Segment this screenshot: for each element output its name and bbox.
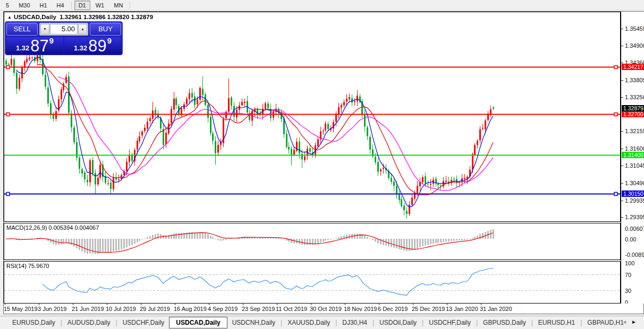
date-tick: [5, 304, 5, 305]
date-tick-label: 11 Oct 2019: [276, 306, 307, 312]
date-tick: [209, 304, 209, 305]
tabs-scroll-left-icon[interactable]: ◄: [622, 319, 631, 325]
rsi-axis-label: 30: [625, 288, 631, 294]
timeframe-button-D1[interactable]: D1: [74, 1, 90, 10]
price-tick-label: 1.33250: [625, 94, 644, 100]
symbol-tab-bar: EURUSD,Daily|AUDUSD,Daily|USDCHF,DailyUS…: [0, 316, 644, 329]
date-tick-label: 29 Jul 2019: [140, 306, 170, 312]
date-tick-label: 3 Jun 2019: [38, 306, 66, 312]
price-tick-label: 1.34900: [625, 42, 644, 49]
buy-quote[interactable]: 1.32899: [64, 37, 121, 55]
macd-axis-label: 0.006078: [625, 226, 644, 232]
arrow-up-icon: ▲: [81, 27, 84, 31]
chart-title: ▲USDCAD,Daily 1.32961 1.32986 1.32820 1.…: [7, 14, 153, 20]
date-tick: [345, 304, 345, 305]
macd-axis-label: 0.00: [625, 236, 636, 243]
date-tick: [175, 304, 175, 305]
price-tick: [621, 201, 623, 201]
date-tick-label: 25 Dec 2019: [412, 306, 445, 312]
sell-quote[interactable]: 1.32879: [6, 37, 63, 55]
date-tick: [141, 304, 141, 305]
timeframe-button-M30[interactable]: M30: [14, 1, 34, 10]
date-tick: [379, 304, 379, 305]
hline-price-label: 1.34217: [622, 64, 644, 70]
price-tick-label: 1.29395: [625, 214, 644, 220]
date-tick-label: 13 Jan 2020: [446, 306, 478, 312]
tab-usdchf-daily[interactable]: USDCHF,Daily: [424, 317, 476, 328]
price-axis[interactable]: 1.354551.349001.343601.338051.332501.321…: [621, 12, 644, 304]
timeframe-button-H1[interactable]: H1: [36, 1, 52, 10]
rsi-axis-label: 70: [625, 272, 631, 278]
timeframe-button-W1[interactable]: W1: [91, 1, 109, 10]
timeframe-button-H4[interactable]: H4: [53, 1, 69, 10]
tab-eurusd-daily[interactable]: EURUSD,Daily: [7, 317, 60, 328]
tab-usdoil-daily[interactable]: USDOil,Daily: [375, 317, 421, 328]
date-tick: [413, 304, 413, 305]
date-tick-label: 18 Nov 2019: [344, 306, 377, 312]
date-tick: [447, 304, 447, 305]
hline-price-label: 1.31400: [622, 152, 644, 158]
hline-price-label: 1.32700: [622, 111, 644, 117]
date-tick: [481, 304, 481, 305]
tab-usdcnh-daily[interactable]: USDCNH,Daily: [227, 317, 280, 328]
tab-dj30-h4[interactable]: DJ30,H4: [337, 317, 372, 328]
toolbar-separator: [130, 2, 130, 9]
price-tick: [621, 46, 623, 46]
date-tick: [39, 304, 39, 305]
tab-eurusd-h1[interactable]: EURUSD,H1: [533, 317, 580, 328]
timeframe-button-5[interactable]: 5: [2, 1, 13, 10]
date-tick: [311, 304, 311, 305]
volume-spinner: ▼ 5.00 ▲: [39, 23, 88, 36]
price-tick: [621, 183, 623, 184]
arrow-down-icon: ▼: [43, 27, 47, 31]
tab-gbpusd-daily[interactable]: GBPUSD,Daily: [478, 317, 531, 328]
buy-button[interactable]: BUY: [90, 23, 121, 36]
price-tick: [621, 131, 623, 132]
price-tick: [621, 29, 623, 29]
tab-usdchf-daily[interactable]: USDCHF,Daily: [118, 317, 170, 328]
macd-axis-label: -0.008965: [625, 252, 644, 258]
macd-panel: MACD(12,26,9) 0.005394 0.004067: [4, 223, 621, 260]
price-tick-label: 1.32155: [625, 128, 644, 134]
date-tick-label: 21 Jun 2019: [72, 306, 104, 312]
date-tick-label: 4 Sep 2019: [208, 306, 238, 312]
date-tick-label: 16 Aug 2019: [174, 306, 207, 312]
tab-audusd-daily[interactable]: AUDUSD,Daily: [63, 317, 115, 328]
date-tick-label: 30 Oct 2019: [310, 306, 342, 312]
current-price-label: 1.32879: [622, 105, 644, 111]
one-click-trading-panel: SELL ▼ 5.00 ▲ BUY 1.32879 1.32899: [5, 21, 123, 55]
price-tick: [621, 97, 623, 98]
date-tick-label: 6 Dec 2019: [378, 306, 408, 312]
tab-xauusd-daily[interactable]: XAUUSD,Daily: [283, 317, 335, 328]
volume-input[interactable]: 5.00: [50, 24, 78, 34]
date-tick-label: 31 Jan 2020: [480, 306, 512, 312]
macd-label: MACD(12,26,9) 0.005394 0.004067: [6, 224, 99, 231]
volume-increase-button[interactable]: ▲: [78, 24, 87, 34]
date-tick: [277, 304, 277, 305]
price-tick: [621, 149, 623, 149]
price-tick: [621, 63, 623, 63]
rsi-label: RSI(14) 75.9670: [6, 263, 49, 269]
rsi-panel: RSI(14) 75.9670: [4, 261, 621, 304]
price-tick-label: 1.35455: [625, 25, 644, 32]
sell-button[interactable]: SELL: [6, 23, 38, 36]
price-tick-label: 1.29935: [625, 197, 644, 204]
chart-window: MACD(12,26,9) 0.005394 0.004067 RSI(14) …: [3, 11, 644, 314]
price-tick: [621, 80, 623, 81]
date-tick: [73, 304, 73, 305]
price-tick-label: 1.31045: [625, 162, 644, 169]
collapse-triangle-icon[interactable]: ▲: [7, 15, 12, 20]
price-tick: [621, 166, 623, 166]
price-tick-label: 1.31600: [625, 145, 644, 152]
tabs-scroll-right-icon[interactable]: ►: [631, 319, 641, 325]
volume-decrease-button[interactable]: ▼: [40, 24, 49, 34]
toolbar-separator: [71, 2, 72, 9]
timeframe-toolbar: 5M30H1H4D1W1MN: [0, 0, 644, 11]
date-tick: [107, 304, 107, 305]
rsi-canvas[interactable]: [4, 262, 620, 303]
tab-usdcad-daily[interactable]: USDCAD,Daily: [169, 317, 227, 328]
date-axis[interactable]: 15 May 20193 Jun 201921 Jun 201910 Jul 2…: [4, 304, 643, 314]
chart-ohlc-values: 1.32961 1.32986 1.32820 1.32879: [60, 14, 153, 20]
price-tick-label: 1.30490: [625, 180, 644, 186]
timeframe-button-MN[interactable]: MN: [109, 1, 127, 10]
